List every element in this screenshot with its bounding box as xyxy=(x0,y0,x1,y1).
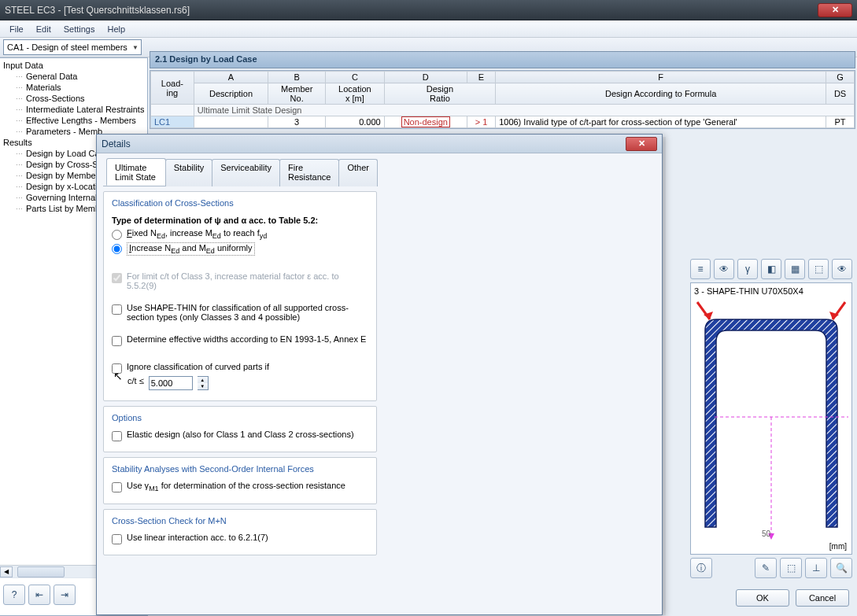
legend-classification: Classification of Cross-Sections xyxy=(109,198,237,208)
cross-section-view: 3 - SHAPE-THIN U70X50X4 xyxy=(690,282,852,555)
next-icon[interactable]: ⇥ xyxy=(54,585,76,605)
chk-shape-thin-label: Use SHAPE-THIN for classification of all… xyxy=(127,303,368,322)
details-title-bar[interactable]: Details ✕ xyxy=(97,135,662,153)
chk-gamma-m1-input[interactable] xyxy=(112,482,122,492)
heading-type-determination: Type of determination of ψ and α acc. to… xyxy=(112,216,368,225)
nav-input-data[interactable]: Input Data xyxy=(3,60,144,71)
cancel-button[interactable]: Cancel xyxy=(796,589,849,607)
chk-eff-widths-label: Determine effective widths according to … xyxy=(127,334,366,344)
cell-ratio: Non-design xyxy=(401,116,450,127)
top-tool-row: ≡ 👁 γ ◧ ▦ ⬚ 👁 xyxy=(690,259,852,279)
col-G[interactable]: G xyxy=(826,72,855,83)
nav-cross-sections[interactable]: Cross-Sections xyxy=(3,93,144,104)
chk-eff-widths[interactable]: Determine effective widths according to … xyxy=(112,334,368,346)
zoom-icon[interactable]: 🔍 xyxy=(830,558,852,578)
chk-ignore-curved-label: Ignore classification of curved parts if xyxy=(127,362,269,371)
ct-spinner[interactable]: ▲▼ xyxy=(198,376,209,390)
cursor-icon: ↖ xyxy=(113,370,123,382)
col-C[interactable]: C xyxy=(326,72,385,83)
panel-options: Options Elastic design (also for Class 1… xyxy=(103,406,377,452)
legend-stability: Stability Analyses with Second-Order Int… xyxy=(109,464,317,474)
col-B[interactable]: B xyxy=(268,72,326,83)
chk-linear-interaction-input[interactable] xyxy=(112,534,122,544)
case-combobox[interactable]: CA1 - Design of steel members xyxy=(3,39,142,55)
ct-ratio-row: c/t ≤ ▲▼ xyxy=(127,376,368,390)
chk-shape-thin[interactable]: Use SHAPE-THIN for classification of all… xyxy=(112,303,368,322)
details-content: Ultimate Limit State Stability Serviceab… xyxy=(103,158,377,608)
hdr-location: Location x [m] xyxy=(326,83,385,105)
panel-stability: Stability Analyses with Second-Order Int… xyxy=(103,457,377,503)
col-loading: Load- ing xyxy=(151,72,194,105)
cell-msg: 1006) Invalid type of c/t-part for cross… xyxy=(496,116,826,128)
prev-icon[interactable]: ⇤ xyxy=(28,585,50,605)
chk-elastic-design[interactable]: Elastic design (also for Class 1 and Cla… xyxy=(112,430,368,441)
cell-x: 0.000 xyxy=(326,116,385,128)
window-close-button[interactable]: ✕ xyxy=(818,3,852,17)
chk-shape-thin-input[interactable] xyxy=(112,304,122,315)
cell-lc[interactable]: LC1 xyxy=(151,116,194,128)
details-title: Details xyxy=(102,138,626,149)
col-F[interactable]: F xyxy=(496,72,826,83)
table-row[interactable]: LC1 3 0.000 Non-design > 1 1006) Invalid… xyxy=(151,116,855,128)
col-E[interactable]: E xyxy=(467,72,495,83)
nav-materials[interactable]: Materials xyxy=(3,82,144,93)
radio-increase-uniform-input[interactable] xyxy=(112,244,122,254)
col-D[interactable]: D xyxy=(384,72,467,83)
panel-mn-check: Cross-Section Check for M+N Use linear i… xyxy=(103,509,377,555)
radio-increase-uniform[interactable]: Increase NEd and MEd uniformly xyxy=(112,242,368,256)
view-icon[interactable]: 👁 xyxy=(832,259,852,279)
radio-fixed-ned[interactable]: Fixed NEd, increase MEd to reach fyd xyxy=(112,228,368,240)
ct-value-input[interactable] xyxy=(149,376,193,390)
nav-general-data[interactable]: General Data xyxy=(3,71,144,82)
scroll-thumb[interactable] xyxy=(17,566,65,577)
axis-icon[interactable]: ⊥ xyxy=(805,558,827,578)
chk-linear-interaction[interactable]: Use linear interaction acc. to 6.2.1(7) xyxy=(112,533,368,544)
cs-title: 3 - SHAPE-THIN U70X50X4 xyxy=(694,286,848,296)
radio-increase-uniform-label: Increase NEd and MEd uniformly xyxy=(127,242,255,256)
chk-gamma-m1-label: Use γM1 for determination of the cross-s… xyxy=(127,481,345,492)
chk-limit-ct-class3-label: For limit c/t of Class 3, increase mater… xyxy=(127,271,368,290)
chk-limit-ct-class3-input xyxy=(112,273,122,283)
hdr-description: Description xyxy=(194,83,268,105)
info-icon[interactable]: ⓘ xyxy=(690,558,712,578)
select-icon[interactable]: ⬚ xyxy=(808,259,829,279)
legend-options: Options xyxy=(109,413,145,422)
scroll-left-icon[interactable]: ◀ xyxy=(0,566,13,577)
tab-other[interactable]: Other xyxy=(338,159,378,186)
details-close-button[interactable]: ✕ xyxy=(626,137,657,151)
menu-help[interactable]: Help xyxy=(101,23,131,35)
tab-serviceability[interactable]: Serviceability xyxy=(212,159,280,186)
cs-dimension: 50 xyxy=(762,529,770,538)
palette-icon[interactable]: ◧ xyxy=(761,259,781,279)
cross-section-shape xyxy=(694,299,848,543)
stress-icon[interactable]: ⬚ xyxy=(780,558,802,578)
tab-fire[interactable]: Fire Resistance xyxy=(279,159,339,186)
excel-icon[interactable]: ▦ xyxy=(785,259,805,279)
chart-icon[interactable]: γ xyxy=(737,259,758,279)
cell-ds: PT xyxy=(826,116,855,128)
dialog-buttons: OK Cancel xyxy=(736,589,849,607)
window-title: STEEL EC3 - [Test Querschnittsklassen.rs… xyxy=(5,5,818,16)
col-A[interactable]: A xyxy=(194,72,268,83)
chk-eff-widths-input[interactable] xyxy=(112,336,122,346)
chk-ignore-curved[interactable]: Ignore classification of curved parts if… xyxy=(112,362,368,374)
help-icon[interactable]: ? xyxy=(3,585,25,605)
clip-icon[interactable]: ✎ xyxy=(755,558,777,578)
nav-eff-lengths[interactable]: Effective Lengths - Members xyxy=(3,115,144,126)
chk-limit-ct-class3: For limit c/t of Class 3, increase mater… xyxy=(112,271,368,290)
chk-gamma-m1[interactable]: Use γM1 for determination of the cross-s… xyxy=(112,481,368,492)
tab-uls[interactable]: Ultimate Limit State xyxy=(106,158,166,186)
eye-icon[interactable]: 👁 xyxy=(714,259,734,279)
menu-edit[interactable]: Edit xyxy=(30,23,57,35)
results-grid[interactable]: Load- ing A B C D E F G Description Memb… xyxy=(150,70,855,129)
hdr-member-no: Member No. xyxy=(268,83,326,105)
ok-button[interactable]: OK xyxy=(736,589,789,607)
chk-elastic-design-input[interactable] xyxy=(112,431,122,441)
radio-fixed-ned-input[interactable] xyxy=(112,230,122,240)
menu-file[interactable]: File xyxy=(3,23,30,35)
tab-stability[interactable]: Stability xyxy=(165,159,213,186)
menu-settings[interactable]: Settings xyxy=(57,23,102,35)
chk-elastic-design-label: Elastic design (also for Class 1 and Cla… xyxy=(127,430,354,439)
nav-ilr[interactable]: Intermediate Lateral Restraints xyxy=(3,104,144,115)
filter-icon[interactable]: ≡ xyxy=(690,259,711,279)
